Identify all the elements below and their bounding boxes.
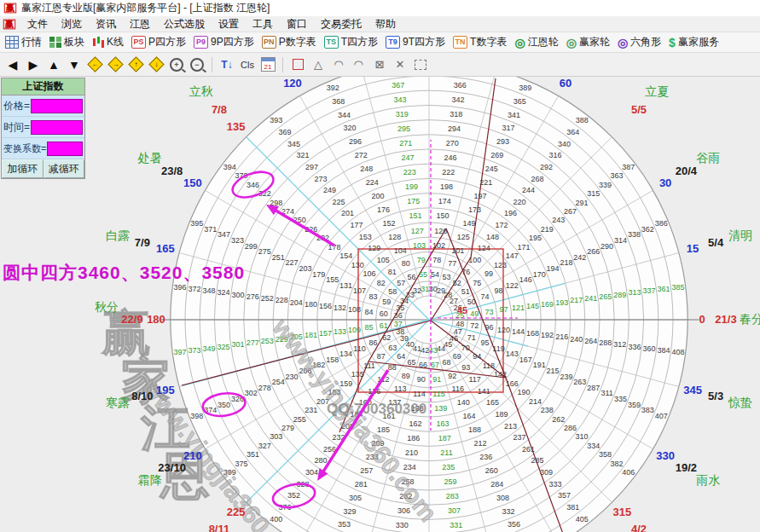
9p-square-badge-icon: P9	[194, 36, 208, 49]
svg-text:148: 148	[486, 233, 499, 241]
winner-service-label: 赢家服务	[678, 35, 719, 49]
svg-text:245: 245	[485, 165, 498, 173]
svg-text:324: 324	[218, 288, 230, 297]
svg-text:145: 145	[526, 302, 539, 310]
winner-wheel-icon: ◎	[566, 37, 577, 49]
svg-text:269: 269	[490, 151, 503, 159]
toolbar-button-winner-service[interactable]: $赢家服务	[669, 35, 719, 49]
gann-wheel-canvas[interactable]: 2526272829303132333435363738394041424344…	[0, 77, 760, 532]
svg-text:139: 139	[434, 404, 447, 413]
svg-text:126: 126	[434, 227, 447, 235]
svg-text:264: 264	[584, 337, 597, 345]
toolbar-button-quotes[interactable]: 行情	[5, 35, 42, 49]
svg-text:204: 204	[290, 298, 303, 307]
svg-text:129: 129	[368, 244, 380, 252]
svg-text:196: 196	[504, 209, 517, 217]
price-input[interactable]	[31, 99, 83, 113]
toolbar-button-p-square[interactable]: PSP四方形	[131, 35, 186, 49]
svg-text:265: 265	[599, 292, 612, 301]
tool-draw-arc-left[interactable]: ◠	[331, 57, 346, 72]
svg-text:177: 177	[350, 221, 363, 229]
tool-draw-arc-right[interactable]: ◠	[351, 57, 367, 72]
toolbar-button-p-table[interactable]: PNP数字表	[262, 35, 316, 49]
menu-item-5[interactable]: 设置	[212, 18, 246, 30]
toolbar-button-gann-wheel[interactable]: ◎江恩轮	[514, 35, 558, 49]
svg-text:325: 325	[218, 343, 230, 351]
toolbar-button-9t-square[interactable]: T99T四方形	[386, 35, 445, 49]
svg-text:105: 105	[377, 256, 390, 264]
tool-scroll-left[interactable]: ◀	[5, 57, 20, 72]
toolbar-button-sectors[interactable]: 板块	[49, 35, 84, 49]
gann-wheel-chart-area[interactable]: 2526272829303132333435363738394041424344…	[0, 77, 760, 532]
svg-text:347: 347	[218, 230, 230, 239]
price-label: 价格=	[3, 99, 30, 113]
tool-move-left-diamond[interactable]: ←	[87, 57, 102, 72]
t-table-badge-icon: TN	[453, 36, 467, 49]
factor-row: 变换系数=	[2, 138, 84, 159]
menu-item-4[interactable]: 公式选股	[157, 18, 212, 30]
tool-zoom-in[interactable]: +	[169, 57, 184, 72]
date-label-150: 23/8	[161, 165, 183, 177]
svg-text:281: 281	[355, 480, 368, 489]
menu-item-3[interactable]: 江恩	[123, 18, 157, 30]
tool-draw-cross[interactable]: ✕	[392, 57, 408, 72]
svg-text:375: 375	[235, 460, 247, 468]
svg-text:366: 366	[454, 81, 467, 90]
tool-calendar-21[interactable]: 21	[260, 57, 276, 72]
svg-text:111: 111	[363, 361, 375, 370]
toolbar-button-winner-wheel[interactable]: ◎赢家轮	[566, 35, 610, 49]
menu-item-0[interactable]: 文件	[20, 18, 55, 30]
add-cycle-button[interactable]: 加循环	[2, 159, 44, 178]
svg-text:69: 69	[453, 352, 461, 361]
svg-text:84: 84	[365, 308, 374, 316]
toolbar-button-t-square[interactable]: TST四方形	[324, 35, 378, 49]
app-window: 赢 赢家江恩专业版[赢家内部服务平台] - [上证指数 江恩轮] 赢 文件浏览资…	[0, 0, 760, 532]
svg-text:113: 113	[394, 385, 406, 393]
tool-draw-triangle[interactable]: △	[310, 57, 326, 72]
svg-text:30: 30	[429, 285, 438, 293]
winner-wheel-label: 赢家轮	[579, 35, 610, 49]
toolbar-button-hexagon[interactable]: ◎六角形	[618, 35, 661, 49]
tool-scroll-right[interactable]: ▶	[26, 57, 41, 72]
svg-text:349: 349	[203, 344, 216, 353]
tool-move-right-diamond[interactable]: →	[107, 57, 123, 72]
time-label: 时间=	[3, 120, 30, 135]
tool-move-up-diamond[interactable]: ↑	[128, 57, 143, 72]
svg-text:249: 249	[323, 186, 336, 194]
tool-draw-dashed-box[interactable]	[413, 57, 428, 72]
menu-item-8[interactable]: 交易委托	[314, 18, 368, 30]
toolbar-button-9p-square[interactable]: P99P四方形	[194, 35, 254, 49]
date-label-180: 22/9	[121, 313, 142, 326]
tool-cls-button[interactable]: Cls	[240, 57, 255, 72]
tool-time-axis[interactable]: T↓	[219, 57, 235, 72]
time-input[interactable]	[31, 120, 83, 135]
solar-term-135: 立秋	[189, 84, 213, 98]
svg-text:345: 345	[287, 140, 300, 148]
tool-pointer-down[interactable]: ▼	[67, 57, 82, 72]
angle-label-345: 345	[683, 384, 702, 396]
toolbar-button-kline[interactable]: K线	[92, 35, 124, 49]
svg-text:166: 166	[506, 379, 519, 388]
svg-text:382: 382	[611, 460, 624, 468]
menu-item-9[interactable]: 帮助	[368, 18, 403, 30]
menu-item-1[interactable]: 浏览	[55, 18, 89, 30]
toolbar-separator	[282, 57, 283, 72]
menu-items: 文件浏览资讯江恩公式选股设置工具窗口交易委托帮助	[20, 17, 403, 32]
menu-item-2[interactable]: 资讯	[89, 18, 123, 30]
svg-text:87: 87	[377, 352, 386, 361]
menu-item-7[interactable]: 窗口	[280, 18, 314, 30]
tool-pointer-up[interactable]: ▲	[46, 57, 61, 72]
tool-draw-square[interactable]	[290, 57, 305, 72]
tool-move-down-diamond[interactable]: ↓	[148, 57, 164, 72]
factor-input[interactable]	[47, 142, 83, 156]
svg-text:348: 348	[203, 286, 216, 295]
grid-icon	[5, 36, 19, 49]
tool-draw-box-x[interactable]: ⊠	[372, 57, 387, 72]
tool-zoom-out[interactable]: −	[189, 57, 205, 72]
toolbar-button-t-table[interactable]: TNT数字表	[453, 35, 507, 49]
menu-item-6[interactable]: 工具	[246, 18, 280, 30]
svg-text:134: 134	[339, 350, 352, 358]
svg-text:239: 239	[560, 373, 572, 381]
sub-cycle-button[interactable]: 减循环	[44, 159, 85, 178]
angle-label-165: 165	[156, 242, 175, 255]
